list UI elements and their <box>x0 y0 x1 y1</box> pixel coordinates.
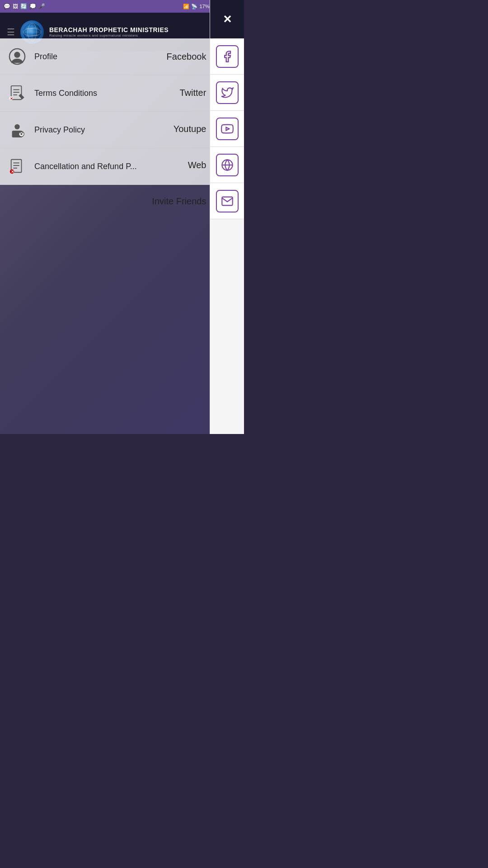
menu-hamburger-icon[interactable]: ☰ <box>7 27 15 38</box>
youtube-icon <box>221 123 234 135</box>
profile-label: Profile <box>34 52 57 61</box>
twitter-icon <box>221 86 234 99</box>
app-title: BERACHAH PROPHETIC MINISTRIES <box>49 26 169 33</box>
email-icon <box>221 195 234 208</box>
menu-item-profile[interactable]: Profile <box>0 38 210 75</box>
mic-icon: 🎤 <box>38 3 45 9</box>
share-web-button[interactable] <box>210 147 244 183</box>
profile-icon-wrap <box>7 47 27 66</box>
terms-icon: ✕ <box>9 85 26 102</box>
photo-icon: 🖼 <box>13 3 18 9</box>
menu-list: Profile ✕ Terms Conditions <box>0 38 210 185</box>
battery-text: 17% <box>199 4 209 9</box>
share-email-button[interactable] <box>210 183 244 219</box>
refresh-icon: 🔄 <box>20 3 27 9</box>
chat-icon: 💭 <box>29 3 36 9</box>
web-icon-box <box>216 154 239 176</box>
svg-point-9 <box>14 52 20 58</box>
cancellation-icon: ✕ <box>9 158 26 175</box>
share-facebook-button[interactable] <box>210 38 244 75</box>
email-icon-box <box>216 190 239 212</box>
svg-text:✕: ✕ <box>11 170 14 174</box>
globe-icon <box>221 159 234 171</box>
share-panel: ✕ <box>210 0 244 434</box>
share-close-button[interactable]: ✕ <box>210 0 244 38</box>
svg-text:✕: ✕ <box>10 97 13 101</box>
privacy-icon <box>9 121 26 138</box>
signal-icon: 📡 <box>191 4 197 9</box>
twitter-icon-box <box>216 81 239 104</box>
menu-item-terms[interactable]: ✕ Terms Conditions <box>0 75 210 112</box>
facebook-icon <box>221 50 234 63</box>
svg-point-16 <box>14 124 19 129</box>
message-icon: 💬 <box>4 3 10 9</box>
youtube-icon-box <box>216 118 239 140</box>
svg-marker-0 <box>226 127 229 130</box>
close-icon: ✕ <box>223 13 232 26</box>
terms-label: Terms Conditions <box>34 89 97 98</box>
profile-icon <box>9 48 26 65</box>
facebook-icon-box <box>216 45 239 68</box>
privacy-label: Privacy Policy <box>34 125 85 135</box>
privacy-icon-wrap <box>7 120 27 140</box>
wifi-icon: 📶 <box>183 4 189 9</box>
header-text-block: BERACHAH PROPHETIC MINISTRIES Raising mi… <box>49 26 169 38</box>
svg-rect-19 <box>21 133 23 135</box>
status-bar: 💬 🖼 🔄 💭 🎤 📶 📡 17% 🔋 12:11 AM <box>0 0 244 13</box>
cancellation-icon-wrap: ✕ <box>7 156 27 176</box>
terms-icon-wrap: ✕ <box>7 83 27 103</box>
app-subtitle: Raising miracle workers and supernatural… <box>49 33 169 38</box>
menu-item-privacy[interactable]: Privacy Policy <box>0 112 210 148</box>
status-left: 💬 🖼 🔄 💭 🎤 <box>4 3 45 9</box>
share-twitter-button[interactable] <box>210 75 244 111</box>
share-youtube-button[interactable] <box>210 111 244 147</box>
menu-item-cancellation[interactable]: ✕ Cancellation and Refund P... <box>0 148 210 185</box>
cancellation-label: Cancellation and Refund P... <box>34 162 137 171</box>
